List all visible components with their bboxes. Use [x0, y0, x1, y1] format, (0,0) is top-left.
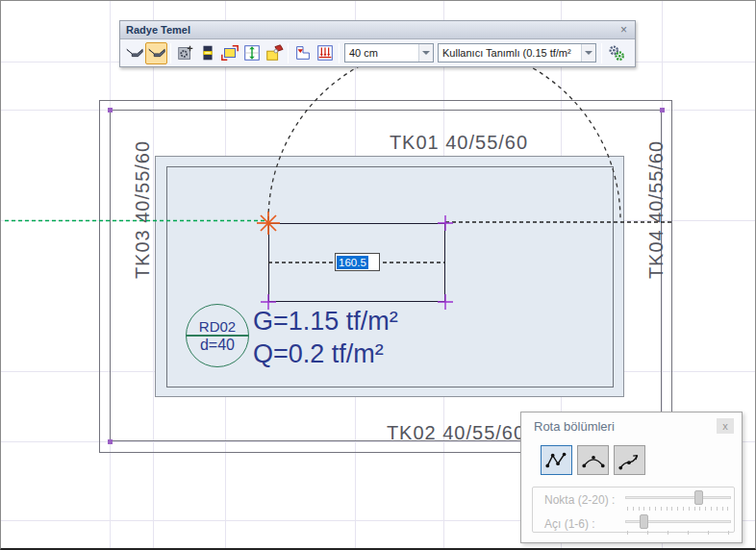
- polyline-icon: [544, 450, 569, 471]
- angle-slider: [625, 514, 731, 536]
- point-slider: [625, 490, 731, 512]
- foundation-section-button[interactable]: [196, 42, 218, 64]
- route-mode-arc-button[interactable]: [577, 445, 609, 475]
- route-sections-panel: Rota bölümleri x Nokta (2-20) : Açı (: [520, 412, 743, 543]
- route-panel-title: Rota bölümleri: [534, 419, 615, 434]
- toolbar-separator: [288, 43, 289, 63]
- beam-label-bottom: TK02 40/55/60: [379, 422, 533, 444]
- beam-label-top: TK01 40/55/60: [382, 132, 536, 154]
- soil-load-icon: [315, 43, 335, 62]
- dimension-input[interactable]: 160.5: [335, 253, 380, 271]
- application-window: TK01 40/55/60 TK02 40/55/60 TK03 40/55/6…: [0, 0, 756, 550]
- beam-label-right: TK04 40/55/60: [645, 140, 668, 279]
- foundation-settings-icon: [176, 43, 195, 62]
- beam-label-left: TK03 40/55/60: [132, 140, 154, 279]
- point-slider-ticks: [627, 507, 729, 511]
- corner-node-marker: [108, 439, 113, 444]
- foundation-settings-button[interactable]: [174, 42, 196, 64]
- live-load-text: Q=0.2 tf/m²: [253, 339, 384, 369]
- toolbar-close-icon[interactable]: ×: [618, 23, 629, 37]
- raft-foundation-button[interactable]: [123, 42, 145, 64]
- route-panel-close-icon[interactable]: x: [717, 418, 734, 434]
- raft-foundation-draw-button[interactable]: [145, 42, 167, 64]
- corner-node-marker: [108, 108, 113, 112]
- edit-slab-button[interactable]: [263, 42, 285, 64]
- raft-foundation-icon: [125, 43, 144, 62]
- point-slider-label: Nokta (2-20) :: [544, 493, 615, 507]
- foundation-section-icon: [198, 43, 217, 62]
- dead-load-text: G=1.15 tf/m²: [253, 307, 398, 337]
- soil-type-combobox[interactable]: Kullanıcı Tanımlı (0.15 tf/m²: [438, 43, 596, 62]
- drop-panel-icon: [293, 43, 313, 62]
- chevron-down-icon[interactable]: [418, 44, 433, 62]
- toolbar-titlebar[interactable]: Radye Temel ×: [120, 21, 635, 39]
- toolbar-title: Radye Temel: [126, 24, 618, 36]
- soil-type-combobox-value: Kullanıcı Tanımlı (0.15 tf/m²: [439, 47, 581, 59]
- slab-tag-thickness: d=40: [186, 337, 249, 354]
- stretch-button[interactable]: [240, 42, 263, 64]
- slab-tag-name: RD02: [186, 318, 249, 335]
- toolbar-separator: [170, 43, 171, 63]
- thickness-combobox-value: 40 cm: [345, 47, 418, 59]
- route-mode-polyline-button[interactable]: [541, 445, 572, 475]
- arc-icon: [581, 450, 606, 471]
- spline-icon: [617, 450, 643, 471]
- slab-corner-button[interactable]: [218, 42, 240, 64]
- dimension-value: 160.5: [337, 256, 368, 269]
- angle-slider-thumb[interactable]: [640, 514, 648, 529]
- parameters-gears-icon: [607, 43, 626, 62]
- point-slider-thumb[interactable]: [694, 490, 703, 505]
- radye-temel-toolbar: Radye Temel ×: [119, 20, 636, 67]
- toolbar-body: 40 cm Kullanıcı Tanımlı (0.15 tf/m²: [120, 39, 635, 66]
- raft-foundation-active-icon: [147, 43, 166, 62]
- parameters-button[interactable]: [605, 42, 627, 64]
- toolbar-separator: [601, 43, 602, 63]
- angle-slider-label: Açı (1-6) :: [544, 517, 595, 531]
- chevron-down-icon[interactable]: [581, 44, 595, 62]
- corner-node-marker: [660, 108, 665, 112]
- point-slider-track: [625, 496, 731, 499]
- thickness-combobox[interactable]: 40 cm: [344, 43, 434, 62]
- stretch-vertical-icon: [242, 43, 262, 62]
- route-mode-spline-button[interactable]: [614, 445, 645, 475]
- slab-corner-icon: [220, 43, 239, 62]
- toolbar-separator: [339, 43, 340, 63]
- drop-panel-button[interactable]: [291, 42, 314, 64]
- edit-slab-icon: [265, 43, 284, 62]
- angle-slider-ticks: [627, 531, 729, 535]
- soil-load-button[interactable]: [314, 42, 336, 64]
